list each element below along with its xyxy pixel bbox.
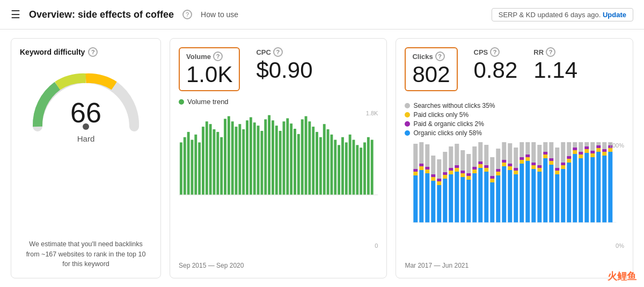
svg-rect-153 bbox=[555, 168, 560, 171]
svg-rect-24 bbox=[264, 120, 267, 195]
cpc-value: $0.90 bbox=[256, 58, 312, 83]
svg-rect-133 bbox=[526, 154, 530, 157]
svg-rect-184 bbox=[603, 152, 607, 156]
menu-icon[interactable]: ☰ bbox=[11, 8, 20, 21]
svg-rect-57 bbox=[414, 169, 418, 172]
svg-rect-5 bbox=[194, 135, 197, 195]
svg-rect-32 bbox=[294, 129, 296, 195]
svg-rect-131 bbox=[526, 161, 530, 223]
svg-rect-1 bbox=[180, 143, 182, 195]
svg-rect-143 bbox=[544, 158, 548, 223]
svg-rect-164 bbox=[573, 150, 577, 154]
svg-rect-118 bbox=[502, 142, 507, 160]
svg-rect-19 bbox=[246, 121, 248, 195]
clicks-label: Clicks bbox=[412, 53, 433, 61]
svg-rect-81 bbox=[449, 168, 453, 171]
svg-rect-183 bbox=[603, 156, 607, 223]
clicks-metrics-row: Clicks ? 802 CPS ? 0.82 RR ? 1.14 bbox=[405, 47, 624, 91]
clicks-chart-max: 100% bbox=[609, 142, 624, 149]
watermark: 火鲤鱼 bbox=[608, 270, 636, 283]
svg-rect-115 bbox=[502, 166, 507, 223]
svg-rect-74 bbox=[437, 159, 442, 179]
difficulty-value: 66 bbox=[70, 99, 101, 127]
difficulty-note: We estimate that you'll need backlinksfr… bbox=[26, 239, 146, 269]
volume-metrics-row: Volume ? 1.0K CPC ? $0.90 bbox=[179, 47, 378, 91]
cps-help-icon[interactable]: ? bbox=[490, 47, 500, 57]
svg-rect-150 bbox=[550, 142, 554, 158]
svg-rect-83 bbox=[455, 172, 459, 223]
svg-rect-103 bbox=[485, 172, 489, 223]
svg-rect-27 bbox=[275, 126, 278, 195]
svg-rect-49 bbox=[356, 145, 358, 195]
svg-rect-73 bbox=[437, 179, 442, 181]
clicks-help-icon[interactable]: ? bbox=[435, 51, 445, 61]
svg-rect-174 bbox=[585, 142, 589, 146]
svg-rect-136 bbox=[532, 165, 536, 169]
svg-rect-116 bbox=[502, 163, 507, 166]
svg-rect-63 bbox=[426, 173, 430, 223]
svg-rect-137 bbox=[532, 163, 536, 165]
svg-rect-86 bbox=[455, 144, 459, 165]
help-icon[interactable]: ? bbox=[182, 10, 192, 19]
how-to-use-link[interactable]: How to use bbox=[201, 10, 238, 19]
cpc-help-icon[interactable]: ? bbox=[273, 47, 283, 57]
svg-rect-46 bbox=[345, 143, 348, 195]
volume-chart-area: 1.8K bbox=[179, 110, 378, 260]
svg-rect-91 bbox=[467, 180, 471, 223]
svg-rect-166 bbox=[573, 142, 577, 148]
svg-rect-70 bbox=[431, 156, 436, 174]
svg-rect-147 bbox=[550, 165, 554, 223]
update-link[interactable]: Update bbox=[603, 11, 626, 19]
svg-rect-22 bbox=[257, 126, 260, 195]
svg-rect-2 bbox=[184, 137, 186, 195]
clicks-legend: Searches without clicks 35% Paid clicks … bbox=[405, 102, 624, 137]
svg-rect-67 bbox=[431, 181, 436, 223]
svg-rect-98 bbox=[473, 146, 477, 167]
svg-rect-4 bbox=[191, 140, 193, 195]
legend-dot-gray bbox=[405, 103, 410, 108]
volume-help-icon[interactable]: ? bbox=[213, 51, 223, 61]
legend-item-yellow: Paid clicks only 5% bbox=[405, 111, 624, 119]
volume-trend: Volume trend bbox=[179, 98, 378, 106]
svg-rect-178 bbox=[591, 142, 595, 151]
rr-value: 1.14 bbox=[533, 58, 577, 83]
svg-rect-65 bbox=[426, 167, 430, 170]
svg-rect-105 bbox=[485, 165, 489, 168]
svg-rect-89 bbox=[461, 171, 465, 173]
svg-rect-172 bbox=[585, 149, 589, 153]
svg-rect-104 bbox=[485, 168, 489, 172]
svg-rect-10 bbox=[213, 129, 216, 195]
svg-rect-25 bbox=[268, 115, 270, 195]
svg-rect-52 bbox=[367, 137, 370, 195]
svg-rect-61 bbox=[420, 164, 424, 166]
svg-rect-14 bbox=[228, 116, 230, 195]
svg-rect-16 bbox=[235, 127, 238, 195]
svg-rect-71 bbox=[437, 185, 442, 223]
legend-item-blue: Organic clicks only 58% bbox=[405, 129, 624, 137]
svg-rect-35 bbox=[305, 116, 308, 195]
svg-rect-152 bbox=[555, 171, 560, 174]
svg-rect-76 bbox=[443, 175, 448, 179]
svg-rect-123 bbox=[514, 174, 518, 223]
rr-help-icon[interactable]: ? bbox=[546, 47, 555, 57]
svg-rect-38 bbox=[316, 132, 318, 195]
volume-bar-chart bbox=[179, 110, 378, 196]
svg-rect-20 bbox=[250, 117, 252, 195]
svg-rect-34 bbox=[301, 120, 304, 195]
svg-rect-12 bbox=[220, 137, 223, 195]
clicks-header: Clicks ? bbox=[412, 51, 450, 61]
svg-rect-163 bbox=[573, 154, 577, 223]
trend-dot bbox=[179, 99, 184, 105]
trend-label: Volume trend bbox=[187, 98, 229, 106]
clicks-chart-area: 100% bbox=[405, 142, 624, 260]
clicks-chart-min: 0% bbox=[616, 242, 624, 249]
difficulty-help-icon[interactable]: ? bbox=[88, 47, 98, 57]
difficulty-card-header: Keyword difficulty ? bbox=[20, 47, 98, 57]
svg-rect-13 bbox=[224, 119, 226, 195]
svg-rect-23 bbox=[260, 131, 263, 195]
svg-rect-90 bbox=[461, 150, 465, 171]
svg-rect-66 bbox=[426, 144, 430, 167]
svg-rect-149 bbox=[550, 158, 554, 161]
svg-rect-107 bbox=[491, 182, 495, 223]
svg-rect-17 bbox=[238, 124, 241, 195]
